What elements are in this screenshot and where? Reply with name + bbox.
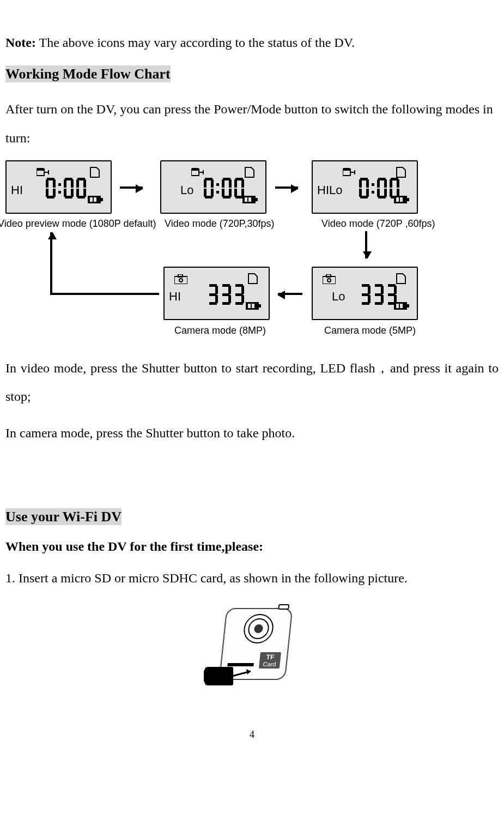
mode-label: Lo [180, 182, 193, 199]
battery-icon [246, 298, 261, 316]
camera-icon [323, 271, 336, 290]
svg-rect-72 [384, 189, 387, 197]
svg-rect-5 [46, 179, 48, 188]
svg-rect-104 [248, 304, 251, 308]
video-mode-paragraph: In video mode, press the Shutter button … [5, 354, 499, 412]
caption-video-1080p: Video preview mode (1080P default) [0, 217, 156, 231]
svg-rect-39 [216, 191, 219, 194]
svg-rect-120 [394, 286, 397, 294]
svg-rect-112 [368, 295, 371, 303]
svg-rect-127 [400, 304, 403, 308]
svg-rect-35 [204, 189, 207, 197]
svg-rect-17 [65, 196, 72, 198]
caption-video-720p-30: Video mode (720P,30fps) [165, 217, 274, 231]
arrow-right-icon [120, 186, 143, 189]
intro-paragraph: After turn on the DV, you can press the … [5, 95, 499, 153]
screen-video-1080p: HI [5, 160, 112, 214]
arrow-up-icon [50, 232, 52, 240]
svg-rect-115 [381, 286, 384, 294]
caption-camera-8mp: Camera mode (8MP) [174, 324, 266, 338]
svg-rect-62 [366, 179, 369, 188]
svg-rect-81 [407, 198, 409, 201]
svg-rect-34 [211, 179, 214, 188]
svg-rect-10 [58, 183, 61, 186]
svg-rect-9 [47, 196, 54, 198]
svg-rect-126 [396, 304, 399, 308]
svg-rect-70 [384, 179, 387, 188]
battery-icon [394, 191, 409, 210]
svg-rect-7 [46, 189, 48, 197]
svg-rect-15 [64, 189, 66, 197]
screen-camera-8mp: HI [163, 267, 270, 320]
heading-wifi-dv: Use your Wi-Fi DV [5, 508, 122, 525]
svg-rect-26 [90, 197, 93, 202]
svg-rect-27 [94, 197, 96, 202]
battery-icon [88, 191, 103, 210]
screen-camera-5mp: Lo [312, 267, 418, 320]
mode-label: Lo [332, 288, 345, 305]
svg-point-86 [179, 279, 183, 282]
svg-rect-91 [209, 302, 217, 305]
svg-rect-36 [211, 189, 214, 197]
arrow-left-icon [278, 293, 302, 295]
caption-video-720p-60: Video mode (720P ,60fps) [321, 217, 435, 231]
svg-rect-11 [58, 191, 61, 194]
svg-rect-77 [390, 189, 392, 197]
svg-rect-90 [215, 295, 218, 303]
svg-rect-113 [362, 302, 369, 305]
svg-rect-103 [259, 304, 261, 308]
svg-rect-93 [228, 286, 231, 294]
svg-rect-14 [71, 179, 74, 188]
heading-flow-chart: Working Mode Flow Chart [5, 65, 171, 82]
sub-heading-first-time: When you use the DV for the first time,p… [5, 538, 499, 556]
svg-rect-84 [174, 276, 187, 284]
arrow-line [50, 239, 52, 295]
svg-rect-76 [397, 179, 399, 188]
svg-rect-88 [215, 286, 218, 294]
screen-video-720p-30: Lo [160, 160, 266, 214]
svg-rect-101 [235, 302, 243, 305]
svg-rect-41 [222, 179, 224, 188]
svg-rect-51 [235, 196, 243, 198]
battery-icon [394, 298, 409, 316]
svg-point-108 [327, 279, 331, 282]
svg-rect-61 [359, 179, 362, 188]
svg-rect-82 [396, 197, 399, 202]
svg-rect-83 [400, 197, 403, 202]
insert-sd-paragraph: 1. Insert a micro SD or micro SDHC card,… [5, 564, 499, 593]
svg-rect-53 [256, 198, 258, 201]
page-number: 4 [5, 728, 499, 742]
svg-rect-96 [222, 302, 230, 305]
svg-rect-135 [278, 605, 289, 609]
mode-label: HI [11, 182, 23, 199]
svg-rect-48 [241, 179, 244, 188]
svg-rect-67 [372, 191, 374, 194]
svg-rect-66 [372, 183, 374, 186]
svg-rect-37 [205, 196, 212, 198]
svg-rect-134 [227, 663, 254, 666]
svg-rect-117 [381, 295, 384, 303]
svg-rect-71 [377, 189, 380, 197]
svg-rect-63 [359, 189, 362, 197]
svg-rect-45 [223, 196, 230, 198]
tf-label-top: TF [266, 653, 275, 661]
svg-rect-107 [326, 274, 331, 277]
svg-rect-47 [234, 179, 237, 188]
arrow-down-icon [365, 231, 367, 258]
svg-rect-65 [360, 196, 368, 198]
svg-rect-49 [234, 189, 237, 197]
svg-rect-13 [64, 179, 66, 188]
flow-chart: HI Lo [5, 160, 479, 351]
svg-rect-22 [83, 189, 86, 197]
svg-rect-20 [83, 179, 86, 188]
tf-label-bottom: Card [263, 661, 276, 667]
arrow-line [50, 293, 159, 295]
svg-rect-6 [53, 179, 56, 188]
svg-rect-136 [206, 667, 233, 685]
camera-sd-illustration: TF Card [5, 600, 499, 696]
battery-icon [242, 191, 258, 210]
svg-rect-21 [76, 189, 79, 197]
svg-rect-98 [241, 286, 244, 294]
mode-label: HILo [317, 182, 342, 199]
camera-mode-paragraph: In camera mode, press the Shutter button… [5, 419, 499, 448]
